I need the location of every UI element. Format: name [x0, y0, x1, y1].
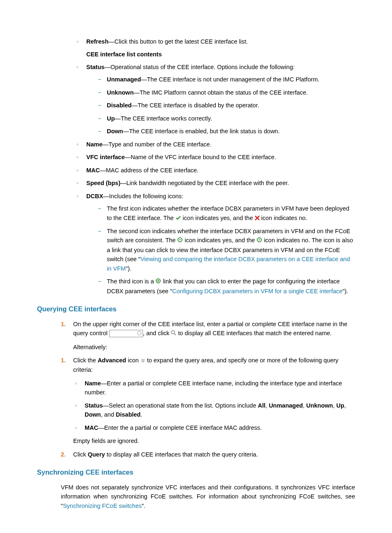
dcbx-view-link[interactable]: Viewing and comparing the interface DCBX… — [107, 256, 350, 271]
contents-list: Status—Operational status of the CEE int… — [76, 63, 355, 296]
dcbx-item: DCBX—Includes the following icons: The f… — [76, 192, 355, 296]
status-item: Status—Operational status of the CEE int… — [76, 63, 355, 136]
gear-no-icon — [256, 236, 262, 245]
refresh-item: Refresh—Click this button to get the lat… — [76, 37, 355, 46]
svg-point-1 — [180, 239, 181, 241]
query-input-placeholder-icon — [109, 330, 143, 337]
speed-item: Speed (bps)—Link bandwidth negotiated by… — [76, 178, 355, 188]
query-steps-2: 1. Click the Advanced icon to expand the… — [61, 356, 355, 459]
mac-item: MAC—MAC address of the CEE interface. — [76, 166, 355, 175]
page-number: 39 — [37, 531, 355, 533]
x-icon — [255, 214, 260, 223]
svg-point-3 — [259, 239, 260, 241]
name-item: Name—Type and number of the CEE interfac… — [76, 140, 355, 149]
magnifier-icon — [171, 329, 176, 338]
dcbx-config-link[interactable]: Configuring DCBX parameters in VFM for a… — [172, 288, 342, 294]
vfc-item: VFC interface—Name of the VFC interface … — [76, 153, 355, 162]
alternatively-label: Alternatively: — [73, 343, 355, 352]
svg-line-6 — [174, 334, 176, 335]
sync-heading: Synchronizing CEE interfaces — [37, 467, 355, 478]
sync-fcoe-link[interactable]: Synchronizing FCoE switches — [63, 503, 142, 509]
dcbx-sublist: The first icon indicates whether the int… — [98, 204, 355, 296]
criteria-list: Name—Enter a partial or complete CEE int… — [75, 379, 355, 432]
chevron-down-icon — [141, 356, 145, 365]
top-list: Refresh—Click this button to get the lat… — [76, 37, 355, 46]
svg-point-5 — [171, 331, 175, 334]
config-icon — [155, 277, 161, 286]
querying-heading: Querying CEE interfaces — [37, 304, 355, 315]
check-icon — [175, 214, 181, 223]
sync-paragraph: VFM does not separately synchronize VFC … — [61, 483, 355, 510]
gear-yes-icon — [177, 236, 183, 245]
empty-fields-note: Empty fields are ignored. — [73, 436, 355, 445]
status-sublist: Unmanaged—The CEE interface is not under… — [98, 75, 355, 136]
query-steps-1: 1. On the upper right corner of the CEE … — [61, 320, 355, 338]
cee-list-contents-heading: CEE interface list contents — [86, 50, 355, 59]
